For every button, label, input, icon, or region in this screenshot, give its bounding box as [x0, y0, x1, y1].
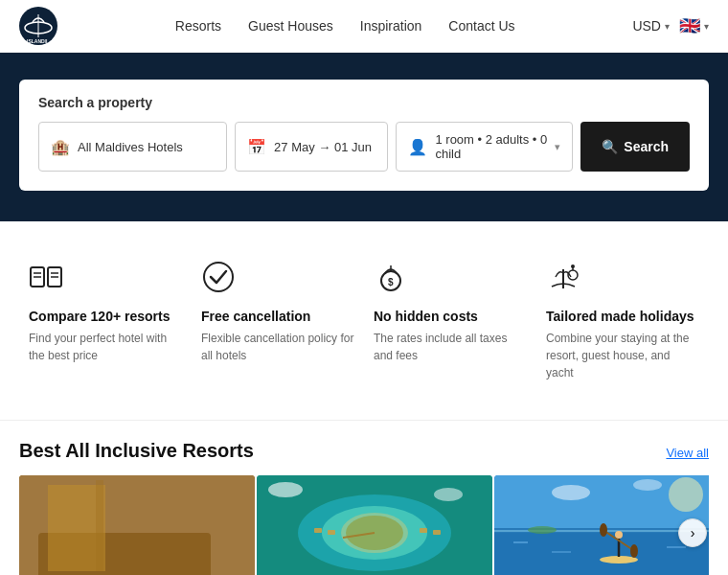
carousel-next-icon: › [691, 525, 695, 540]
hero-section: Search a property 🏨 All Maldives Hotels … [0, 53, 728, 221]
svg-point-45 [669, 477, 703, 512]
svg-rect-24 [29, 538, 125, 575]
svg-point-56 [552, 485, 590, 500]
resorts-carousel: › [19, 475, 709, 575]
feature-costs: $ No hidden costs The rates include all … [374, 260, 527, 381]
view-all-link[interactable]: View all [666, 446, 709, 460]
resort-card-1[interactable] [19, 475, 255, 575]
svg-rect-18 [19, 475, 255, 575]
svg-point-53 [600, 523, 607, 537]
search-button-label: Search [624, 139, 669, 154]
tailored-desc: Combine your staying at the resort, gues… [546, 330, 699, 381]
svg-rect-26 [129, 533, 177, 566]
search-box: Search a property 🏨 All Maldives Hotels … [19, 80, 709, 191]
compare-desc: Find your perfect hotel with the best pr… [29, 330, 182, 364]
tailored-title: Tailored made holidays [546, 309, 699, 324]
location-icon: 🏨 [51, 138, 70, 156]
svg-rect-37 [433, 530, 441, 535]
cancellation-icon [201, 260, 354, 299]
guests-value: 1 room • 2 adults • 0 child [435, 132, 547, 161]
svg-point-54 [630, 544, 638, 558]
currency-selector[interactable]: USD ▾ [632, 18, 670, 34]
svg-rect-35 [328, 530, 335, 535]
cancellation-title: Free cancellation [201, 309, 354, 324]
logo-icon: ISLANDII [19, 7, 57, 45]
svg-rect-36 [420, 528, 427, 533]
compare-title: Compare 120+ resorts [29, 309, 182, 324]
search-button[interactable]: 🔍 Search [580, 122, 690, 172]
currency-chevron: ▾ [665, 21, 670, 32]
svg-point-49 [600, 556, 638, 564]
currency-label: USD [632, 18, 661, 34]
resort-card-2[interactable] [257, 475, 492, 575]
compare-icon [29, 260, 182, 299]
resorts-section: Best All Inclusive Resorts View all [0, 430, 728, 575]
guests-chevron: ▾ [555, 141, 560, 153]
svg-point-10 [204, 263, 233, 291]
section-divider [0, 420, 728, 421]
resorts-title: Best All Inclusive Resorts [19, 440, 254, 462]
svg-point-39 [268, 482, 303, 497]
header: ISLANDII Resorts Guest Houses Inspiratio… [0, 0, 728, 53]
svg-rect-20 [172, 490, 239, 566]
svg-rect-19 [19, 533, 255, 575]
language-selector[interactable]: 🇬🇧 ▾ [679, 17, 709, 34]
svg-point-40 [434, 488, 463, 501]
search-icon: 🔍 [602, 139, 618, 154]
resort-card-2-img [257, 475, 492, 575]
features-section: Compare 120+ resorts Find your perfect h… [0, 221, 728, 410]
location-field[interactable]: 🏨 All Maldives Hotels [38, 122, 227, 172]
tailored-icon [546, 260, 699, 299]
costs-desc: The rates include all taxes and fees [374, 330, 527, 364]
language-chevron: ▾ [704, 21, 709, 32]
feature-compare: Compare 120+ resorts Find your perfect h… [29, 260, 182, 381]
carousel-next-button[interactable]: › [678, 518, 707, 547]
svg-text:$: $ [388, 277, 394, 288]
resort-card-3-img [494, 475, 709, 575]
resort-card-3[interactable] [494, 475, 709, 575]
search-fields: 🏨 All Maldives Hotels 📅 27 May → 01 Jun … [38, 122, 690, 172]
location-value: All Maldives Hotels [78, 140, 183, 154]
guests-field[interactable]: 👤 1 room • 2 adults • 0 child ▾ [396, 122, 573, 172]
main-nav: Resorts Guest Houses Inspiration Contact… [175, 18, 515, 34]
svg-rect-25 [38, 528, 77, 542]
cancellation-desc: Flexible cancellation policy for all hot… [201, 330, 354, 364]
svg-text:ISLANDII: ISLANDII [27, 38, 48, 44]
nav-guesthouses[interactable]: Guest Houses [248, 18, 333, 34]
costs-title: No hidden costs [374, 309, 527, 324]
dates-field[interactable]: 📅 27 May → 01 Jun [235, 122, 388, 172]
logo-area[interactable]: ISLANDII [19, 7, 57, 45]
svg-rect-27 [19, 475, 255, 575]
nav-resorts[interactable]: Resorts [175, 18, 221, 34]
resorts-header: Best All Inclusive Resorts View all [19, 440, 709, 462]
calendar-icon: 📅 [247, 138, 266, 156]
flag-icon: 🇬🇧 [679, 17, 700, 34]
features-grid: Compare 120+ resorts Find your perfect h… [29, 260, 699, 381]
svg-point-51 [615, 531, 623, 539]
resort-card-1-img [19, 475, 255, 575]
svg-point-55 [528, 526, 557, 534]
nav-inspiration[interactable]: Inspiration [360, 18, 422, 34]
search-box-title: Search a property [38, 95, 690, 110]
feature-cancellation: Free cancellation Flexible cancellation … [201, 260, 354, 381]
svg-rect-34 [314, 528, 322, 533]
header-right: USD ▾ 🇬🇧 ▾ [632, 17, 709, 34]
person-icon: 👤 [408, 138, 427, 156]
dates-value: 27 May → 01 Jun [274, 140, 372, 154]
costs-icon: $ [374, 260, 527, 299]
svg-point-57 [633, 479, 662, 491]
feature-tailored: Tailored made holidays Combine your stay… [546, 260, 699, 381]
svg-point-17 [571, 264, 575, 268]
nav-contactus[interactable]: Contact Us [448, 18, 514, 34]
